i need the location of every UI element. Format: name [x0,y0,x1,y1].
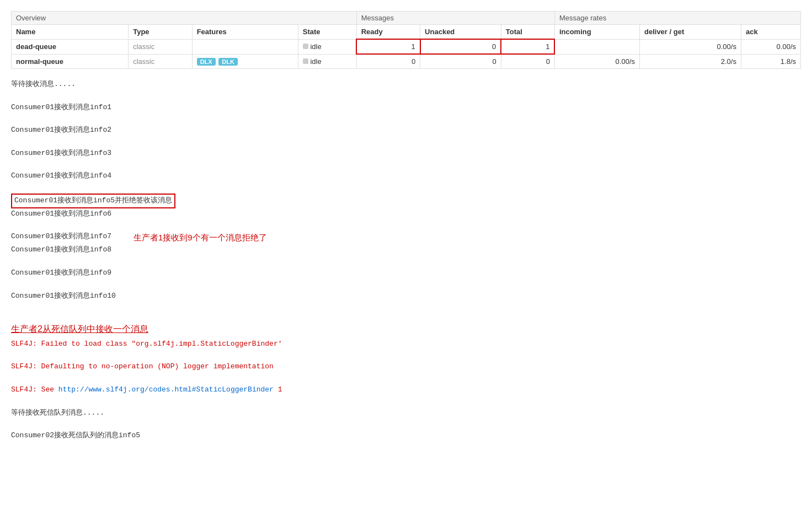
section-header-row: Overview Messages Message rates [12,12,801,25]
col-ready: Ready [356,25,420,40]
deliver-get-cell: 2.0/s [640,54,741,69]
unacked-cell: 0 [420,39,501,54]
col-name: Name [12,25,129,40]
waiting-dead-line: 等待接收死信队列消息..... [11,407,801,419]
state-label: idle [310,42,321,51]
dlk-badge: DLK [218,58,238,66]
console-line-7: Consumer01接收到消息info7 [11,231,111,243]
col-total: Total [501,25,554,40]
console-line-10: Consumer01接收到消息info10 [11,291,801,302]
unacked-cell: 0 [420,54,501,69]
col-unacked: Unacked [420,25,501,40]
incoming-cell: 0.00/s [554,54,639,69]
queue-type-cell: classic [129,54,192,69]
ready-cell: 1 [356,39,420,54]
console-output: 等待接收消息..... Consumer01接收到消息info1 Consume… [11,79,801,442]
col-state: State [298,25,356,40]
ack-cell: 0.00/s [741,39,800,54]
state-dot-icon [303,58,308,64]
total-cell: 0 [501,54,554,69]
queue-type-cell: classic [129,39,192,54]
queue-features-cell: DLX DLK [192,54,298,69]
console-line-2: Consumer01接收到消息info2 [11,125,801,136]
state-dot-icon [303,44,308,49]
reject-line: Consumer01接收到消息info5并拒绝签收该消息 [11,194,175,208]
table-row: normal-queue classic DLX DLK idle 0 0 0 … [12,54,801,69]
line7-annotation-row: Consumer01接收到消息info7 生产者1接收到9个有一个消息拒绝了 [11,231,801,244]
consumer02-line: Consumer02接收死信队列的消息info5 [11,430,801,442]
ready-cell: 0 [356,54,420,69]
queue-table-container: Overview Messages Message rates Name Typ… [11,11,801,69]
slf4j-line-2: SLF4J: Defaulting to no-operation (NOP) … [11,361,801,373]
console-line-4: Consumer01接收到消息info4 [11,170,801,182]
waiting-line: 等待接收消息..... [11,79,801,90]
reject-line-container: Consumer01接收到消息info5并拒绝签收该消息 [11,194,801,208]
slf4j-link[interactable]: http://www.slf4j.org/codes.html#StaticLo… [58,385,274,394]
table-row: dead-queue classic idle 1 0 1 0.00/s 0.0… [12,39,801,54]
total-cell: 1 [501,39,554,54]
queue-state-cell: idle [298,39,356,54]
state-label: idle [310,57,321,66]
col-ack: ack [741,25,800,40]
console-line-8: Consumer01接收到消息info8 [11,244,801,256]
col-type: Type [129,25,192,40]
incoming-cell [554,39,639,54]
ack-cell: 1.8/s [741,54,800,69]
col-incoming: incoming [554,25,639,40]
queue-table: Overview Messages Message rates Name Typ… [11,11,801,69]
console-line-9: Consumer01接收到消息info9 [11,267,801,279]
overview-section-label: Overview [12,12,357,25]
message-rates-section-label: Message rates [554,12,800,25]
col-deliver-get: deliver / get [640,25,741,40]
queue-name-cell: normal-queue [12,54,129,69]
section2-title: 生产者2从死信队列中接收一个消息 [11,322,801,336]
messages-section-label: Messages [356,12,554,25]
slf4j-line-3: SLF4J: See http://www.slf4j.org/codes.ht… [11,384,801,396]
column-header-row: Name Type Features State Ready Unacked T… [12,25,801,40]
console-line-3: Consumer01接收到消息info3 [11,148,801,159]
queue-state-cell: idle [298,54,356,69]
annotation-text: 生产者1接收到9个有一个消息拒绝了 [133,231,267,244]
deliver-get-cell: 0.00/s [640,39,741,54]
slf4j-line-1: SLF4J: Failed to load class "org.slf4j.i… [11,339,801,350]
queue-features-cell [192,39,298,54]
dlx-badge: DLX [197,58,216,66]
col-features: Features [192,25,298,40]
queue-name-cell: dead-queue [12,39,129,54]
console-line-6: Consumer01接收到消息info6 [11,208,801,220]
console-line-1: Consumer01接收到消息info1 [11,102,801,114]
